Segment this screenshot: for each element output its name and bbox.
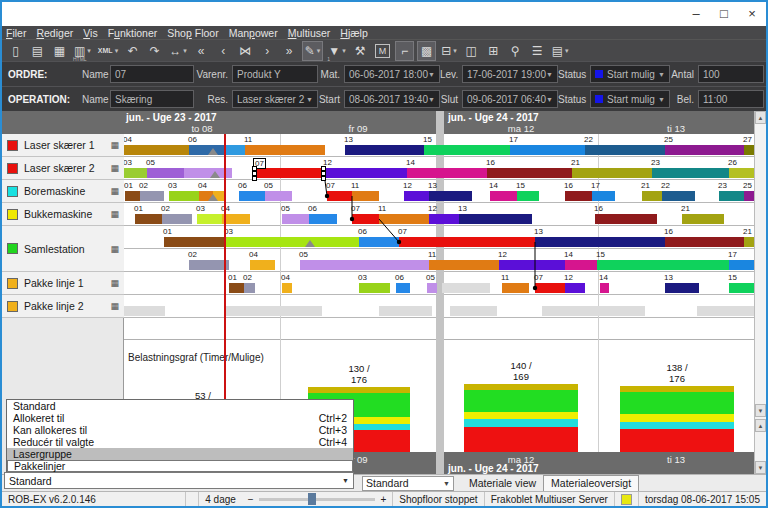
- redo-icon[interactable]: ↷: [145, 41, 164, 61]
- resource-view-dropdown[interactable]: Standard▼: [4, 472, 354, 489]
- goto-last-icon[interactable]: »: [280, 41, 299, 61]
- resource-calendar-icon[interactable]: ▦: [110, 186, 119, 196]
- resource-calendar-icon[interactable]: ▦: [110, 278, 119, 288]
- xml-import-icon[interactable]: XML▾: [96, 41, 120, 61]
- zoom-slider-thumb[interactable]: [308, 493, 316, 505]
- popup-item-kan-allokeres-til[interactable]: Kan allokeres tilCtrl+3: [7, 424, 353, 436]
- gantt-chart[interactable]: 0406111315172225270305071214162123260102…: [124, 134, 754, 318]
- resource-row-laser-sk-rer-2[interactable]: Laser skærer 2▦: [2, 157, 124, 180]
- close-button[interactable]: ×: [738, 3, 766, 25]
- load-bar[interactable]: [464, 384, 578, 452]
- order-lev-field[interactable]: 17-06-2017 19:00▼: [462, 65, 558, 83]
- tab-materiale-view[interactable]: Materiale view: [462, 476, 543, 490]
- filter-icon[interactable]: ▼1▾: [326, 41, 347, 61]
- order-varenr-field[interactable]: Produkt Y: [232, 65, 318, 83]
- chevron-down-icon[interactable]: ▾: [115, 47, 119, 55]
- resource-calendar-icon[interactable]: ▦: [110, 209, 119, 219]
- resource-calendar-icon[interactable]: ▦: [110, 163, 119, 173]
- chevron-down-icon[interactable]: ▾: [453, 47, 457, 55]
- multiuser-status[interactable]: Frakoblet Multiuser Server: [485, 492, 615, 507]
- popup-item-standard[interactable]: Standard: [7, 400, 353, 412]
- chevron-down-icon[interactable]: ▼: [546, 71, 553, 78]
- order-mat-field[interactable]: 06-06-2017 18:00▼: [344, 65, 440, 83]
- undo-icon[interactable]: ↶: [123, 41, 142, 61]
- zoom-slider[interactable]: − +: [242, 492, 393, 507]
- open-icon[interactable]: ▤: [28, 41, 47, 61]
- print-html-icon[interactable]: ▥HTML▾: [72, 41, 93, 61]
- chevron-down-icon[interactable]: ▼: [658, 71, 665, 78]
- resource-row-boremaskine[interactable]: Boremaskine▦: [2, 180, 124, 203]
- new-icon[interactable]: ▯: [6, 41, 25, 61]
- menu-multiuser[interactable]: Multiuser: [288, 27, 331, 39]
- list-view-icon[interactable]: ☰: [528, 41, 547, 61]
- scroll-down-icon[interactable]: ▼: [755, 461, 766, 474]
- view-preset-dropdown[interactable]: Standard▼: [362, 476, 454, 491]
- link-mode-icon[interactable]: ⌐: [395, 41, 414, 61]
- chevron-down-icon[interactable]: ▼: [428, 96, 435, 103]
- scroll-down-icon[interactable]: ▼: [755, 404, 766, 417]
- manpower-icon[interactable]: M: [373, 41, 393, 61]
- selection-handle[interactable]: [321, 176, 326, 181]
- grid-view-icon[interactable]: ▩: [417, 41, 436, 61]
- menu-rediger[interactable]: Rediger: [36, 27, 73, 39]
- chevron-down-icon[interactable]: ▼: [546, 96, 553, 103]
- resource-row-laser-sk-rer-1[interactable]: Laser skærer 1▦: [2, 134, 124, 157]
- menu-filer[interactable]: Filer: [6, 27, 26, 39]
- popup-item-lasergruppe[interactable]: Lasergruppe: [7, 448, 353, 460]
- maximize-button[interactable]: □: [710, 3, 738, 25]
- resource-row-bukkemaskine[interactable]: Bukkemaskine▦: [2, 203, 124, 226]
- operation-name-field[interactable]: Skæring: [110, 90, 194, 108]
- tab-materialeoversigt[interactable]: Materialeoversigt: [543, 475, 639, 491]
- scroll-up-icon[interactable]: ▲: [755, 111, 766, 124]
- save-icon[interactable]: ▦: [50, 41, 69, 61]
- goto-next-icon[interactable]: ›: [258, 41, 277, 61]
- scroll-up-icon[interactable]: ▲: [755, 419, 766, 432]
- menu-manpower[interactable]: Manpower: [229, 27, 278, 39]
- zoom-in-icon[interactable]: +: [380, 494, 386, 505]
- operation-res-dropdown[interactable]: Laser skærer 2▼: [232, 90, 318, 108]
- paint-mode-icon[interactable]: ✎▾: [302, 41, 324, 61]
- menu-hjælp[interactable]: Hjælp: [340, 27, 367, 39]
- popup-item-allokeret-til[interactable]: Allokeret tilCtrl+2: [7, 412, 353, 424]
- chevron-down-icon[interactable]: ▾: [183, 47, 187, 55]
- resource-row-samlestation[interactable]: Samlestation▦: [2, 226, 124, 272]
- menu-funktioner[interactable]: Funktioner: [108, 27, 158, 39]
- resource-row-pakke-linje-2[interactable]: Pakke linje 2▦: [2, 295, 124, 318]
- resource-calendar-icon[interactable]: ▦: [110, 244, 119, 254]
- operation-start-field[interactable]: 08-06-2017 19:40▼: [344, 90, 440, 108]
- selection-handle[interactable]: [252, 176, 257, 181]
- chevron-down-icon[interactable]: ▾: [565, 47, 569, 55]
- menu-vis[interactable]: Vis: [83, 27, 97, 39]
- chevron-down-icon[interactable]: ▼: [428, 71, 435, 78]
- popup-item-pakkelinjer[interactable]: Pakkelinjer: [7, 460, 353, 472]
- bar-config-icon[interactable]: ⊟▾: [439, 41, 459, 61]
- zoom-icon[interactable]: ⚲: [506, 41, 525, 61]
- chevron-down-icon[interactable]: ▾: [342, 47, 346, 55]
- popup-item-reduc-r-til-valgte[interactable]: Reducér til valgteCtrl+4: [7, 436, 353, 448]
- chevron-down-icon[interactable]: ▾: [87, 47, 91, 55]
- order-status-dropdown[interactable]: Start mulig▼: [590, 65, 670, 83]
- tools-icon[interactable]: ⚒: [351, 41, 370, 61]
- operation-bel-field[interactable]: 11:00: [698, 90, 764, 108]
- zoom-slider-track[interactable]: [259, 498, 376, 501]
- operation-status-dropdown[interactable]: Start mulig▼: [590, 90, 670, 108]
- menu-shop-floor[interactable]: Shop Floor: [167, 27, 218, 39]
- shopfloor-status[interactable]: Shopfloor stoppet: [393, 492, 484, 507]
- resource-row-pakke-linje-1[interactable]: Pakke linje 1▦: [2, 272, 124, 295]
- table-view-icon[interactable]: ▤▾: [550, 41, 571, 61]
- resource-calendar-icon[interactable]: ▦: [110, 301, 119, 311]
- operation-slut-field[interactable]: 09-06-2017 06:40▼: [462, 90, 558, 108]
- minimize-button[interactable]: –: [682, 3, 710, 25]
- load-bar[interactable]: [620, 386, 734, 452]
- resource-calendar-icon[interactable]: ▦: [110, 140, 119, 150]
- zoom-out-icon[interactable]: −: [248, 494, 254, 505]
- split-operation-icon[interactable]: ⊞: [484, 41, 503, 61]
- chevron-down-icon[interactable]: ▼: [658, 96, 665, 103]
- order-name-field[interactable]: 07: [110, 65, 194, 83]
- chevron-down-icon[interactable]: ▾: [317, 47, 321, 55]
- fit-width-icon[interactable]: ↔▾: [167, 41, 189, 61]
- order-antal-field[interactable]: 100: [698, 65, 764, 83]
- goto-prev-icon[interactable]: ‹: [214, 41, 233, 61]
- chevron-down-icon[interactable]: ▼: [306, 96, 313, 103]
- vertical-scrollbar[interactable]: ▲ ▼ ▲ ▼: [754, 111, 766, 474]
